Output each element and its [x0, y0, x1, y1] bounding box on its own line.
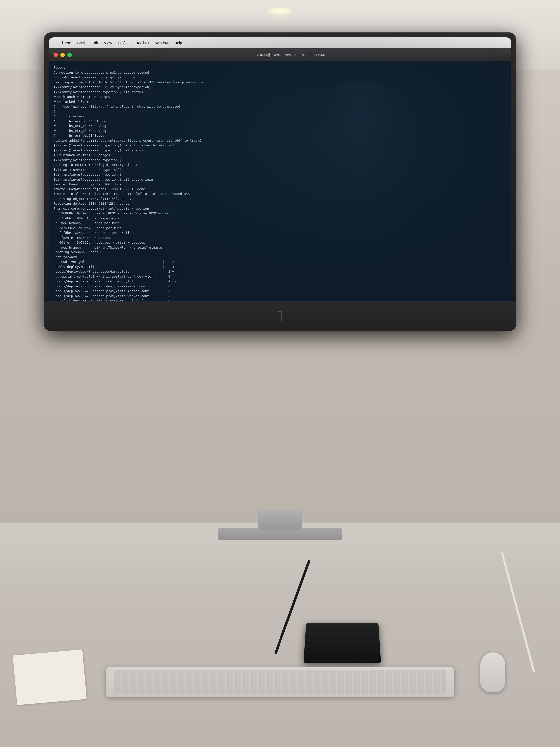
keyboard-keys: [114, 670, 446, 694]
menu-item-toolbelt[interactable]: Toolbelt: [133, 40, 152, 46]
minimize-button[interactable]: [60, 53, 65, 57]
keyboard[interactable]: [106, 667, 454, 697]
menu-item-view[interactable]: View: [101, 40, 115, 46]
apple-logo: : [270, 306, 290, 326]
window-controls: [54, 53, 72, 57]
menu-item-edit[interactable]: Edit: [88, 40, 101, 46]
terminal-text: logout Connection to kneeddeed.corp.ne1.…: [54, 65, 506, 326]
imac-body:  iTerm Shell Edit View Profiles Toolbel…: [44, 32, 516, 361]
maximize-button[interactable]: [68, 53, 72, 57]
terminal-content[interactable]: logout Connection to kneeddeed.corp.ne1.…: [49, 61, 511, 326]
menu-item-help[interactable]: Help: [171, 40, 185, 46]
menu-item-iterm[interactable]: iTerm: [59, 40, 74, 46]
menu-item-shell[interactable]: Shell: [74, 40, 88, 46]
imac-stand: [258, 511, 302, 531]
apple-menu-icon[interactable]: : [53, 40, 54, 45]
title-bar: vikrant@investpossessed — bash — 80×44: [49, 48, 511, 61]
mouse[interactable]: [480, 652, 505, 692]
desk-surface: [0, 523, 560, 747]
window-title: vikrant@investpossessed — bash — 80×44: [75, 53, 506, 57]
close-button[interactable]: [54, 53, 58, 57]
external-device: [304, 623, 381, 663]
ceiling-light: [268, 7, 292, 15]
notebook: [13, 649, 87, 705]
menu-bar:  iTerm Shell Edit View Profiles Toolbel…: [49, 37, 511, 48]
iterm-window:  iTerm Shell Edit View Profiles Toolbel…: [49, 37, 511, 326]
menu-item-profiles[interactable]: Profiles: [115, 40, 133, 46]
menu-item-window[interactable]: Window: [152, 40, 171, 46]
imac-chin: : [44, 301, 516, 331]
monitor-frame:  iTerm Shell Edit View Profiles Toolbel…: [44, 32, 516, 331]
screen:  iTerm Shell Edit View Profiles Toolbel…: [49, 37, 511, 326]
